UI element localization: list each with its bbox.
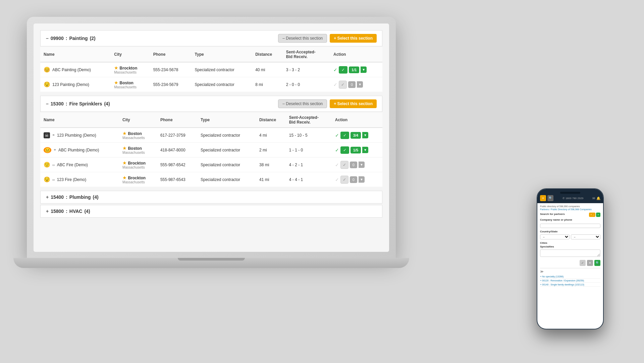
phone-specialty-item[interactable]: + 00120 : Renovation / Expansion (39259) bbox=[540, 279, 600, 283]
row-name-123-plumbing: 123 Plumbing (Demo) bbox=[57, 133, 96, 138]
btn-inactive-abc-fire[interactable]: ✓ bbox=[340, 161, 348, 169]
phone-specialty-item[interactable]: + No specialty (13288) bbox=[540, 275, 600, 279]
btn-active-abc-painting[interactable]: ✓ bbox=[339, 66, 347, 74]
state-123-plumbing: Massachusetts bbox=[122, 136, 154, 140]
section-count-painting: (2) bbox=[90, 36, 96, 41]
action-group: ✓ ✓ 1/5 ▼ bbox=[335, 146, 379, 154]
section-actions-fire: – Deselect this section + Select this se… bbox=[278, 99, 377, 108]
action-group: ✓ ✓ 1/1 ▼ bbox=[333, 66, 379, 74]
phone-notch bbox=[560, 192, 580, 194]
phone-company-label: Company name or phone bbox=[540, 218, 600, 221]
btn-inactive-123-fire[interactable]: ✓ bbox=[340, 176, 348, 184]
phone-device: ≡ 🔍 ✆ 1800 780 2929 ✉ 🔔 Public directory… bbox=[537, 188, 604, 329]
btn-active-abc-plumbing[interactable]: ✓ bbox=[340, 146, 349, 154]
btn-count-123-plumbing[interactable]: 3/4 bbox=[351, 132, 361, 139]
deselect-section-painting[interactable]: – Deselect this section bbox=[278, 34, 327, 43]
link-icon-123-fire: ∞ bbox=[52, 178, 55, 182]
screen-content: – 09900 : Painting (2) – Deselect this s… bbox=[34, 24, 389, 252]
bid-abc-painting: 3 - 3 - 2 bbox=[283, 62, 330, 77]
section-name-painting: Painting bbox=[69, 36, 88, 41]
select-section-fire[interactable]: + Select this section bbox=[330, 99, 377, 108]
col-type-f: Type bbox=[197, 112, 256, 128]
phone-directory-text: Public directory of 598,990 companies bbox=[540, 205, 600, 208]
dist-abc-fire: 38 mi bbox=[256, 157, 286, 172]
dist-123-fire: 41 mi bbox=[256, 172, 286, 187]
table-row: ☠ ⚭ 123 Plumbing (Demo) ★ Boston Mass bbox=[40, 128, 382, 143]
deselect-section-fire[interactable]: – Deselect this section bbox=[278, 99, 327, 108]
dropdown-abc-plumbing[interactable]: ▼ bbox=[362, 147, 368, 153]
btn-count-abc-plumbing[interactable]: 1/5 bbox=[351, 147, 361, 153]
phone-search-submit[interactable]: 🔍 bbox=[594, 260, 600, 266]
dropdown-123-fire[interactable]: ▼ bbox=[359, 176, 365, 183]
check-icon-abc-fire: ✓ bbox=[335, 162, 339, 168]
phone-header-right: ✉ 🔔 bbox=[592, 196, 600, 200]
phone-check-btn[interactable]: ✓ bbox=[580, 260, 586, 266]
section-title-fire: – 15300 : Fire Sprinklers (4) bbox=[46, 101, 110, 106]
phone-specialties-label: Specialties bbox=[540, 245, 600, 248]
col-type-p: Type bbox=[192, 47, 252, 62]
btn-active-123-plumbing[interactable]: ✓ bbox=[340, 132, 349, 139]
dropdown-abc-fire[interactable]: ▼ bbox=[359, 162, 365, 168]
phone-add-btn[interactable]: + – bbox=[589, 213, 595, 217]
section-count-fire: (4) bbox=[104, 101, 110, 106]
count-hvac: (4) bbox=[84, 209, 90, 214]
btn-count-abc-painting[interactable]: 1/1 bbox=[349, 66, 359, 73]
table-row: 😐 ⚭ ABC Plumbing (Demo) ★ Boston Mas bbox=[40, 143, 382, 157]
check-icon-123-plumbing: ✓ bbox=[335, 133, 339, 138]
collapsed-title-plumbing: + 15400 : Plumbing (4) bbox=[46, 194, 99, 200]
star-icon: ★ bbox=[114, 65, 118, 71]
phone-company-input[interactable] bbox=[540, 224, 600, 228]
phone-header: ≡ 🔍 ✆ 1800 780 2929 ✉ 🔔 bbox=[537, 189, 603, 203]
city-123-plumbing: Boston bbox=[128, 131, 142, 136]
phone-123-plumbing: 617-227-3759 bbox=[157, 128, 197, 143]
city-abc-plumbing: Boston bbox=[128, 146, 142, 151]
phone-expand-icon[interactable]: ≫ bbox=[540, 270, 600, 273]
section-name-fire: Fire Sprinklers bbox=[69, 101, 102, 106]
city-123-painting: Boston bbox=[120, 81, 133, 85]
dropdown-123-painting[interactable]: ▼ bbox=[357, 81, 363, 88]
phone-123-fire: 555-987-6543 bbox=[157, 172, 197, 187]
dropdown-123-plumbing[interactable]: ▼ bbox=[362, 132, 368, 138]
phone-state-select[interactable]: -- bbox=[571, 234, 600, 239]
collapse-icon-fire[interactable]: – bbox=[46, 101, 49, 106]
link-icon-abc-fire: ∞ bbox=[52, 163, 55, 167]
section-fire-sprinklers: – 15300 : Fire Sprinklers (4) – Deselect… bbox=[40, 96, 382, 187]
expand-icon-plumbing: + bbox=[46, 194, 49, 200]
star-icon: ★ bbox=[122, 160, 127, 166]
btn-count-123-fire[interactable]: 0 bbox=[350, 176, 357, 183]
action-group: ✓ ✓ 0 ▼ bbox=[335, 161, 379, 169]
btn-inactive-123-painting[interactable]: ✓ bbox=[339, 81, 347, 89]
phone-specialties-input[interactable] bbox=[540, 249, 600, 257]
phone-clear-btn[interactable]: ✕ bbox=[587, 260, 593, 266]
collapsed-title-hvac: + 15800 : HVAC (4) bbox=[46, 209, 90, 214]
type-123-painting: Specialized contractor bbox=[192, 77, 252, 92]
phone-search-icon[interactable]: 🔍 bbox=[547, 195, 553, 201]
dropdown-abc-painting[interactable]: ▼ bbox=[361, 66, 367, 73]
mood-icon-abc-painting: 😊 bbox=[44, 66, 50, 73]
collapse-icon-painting[interactable]: – bbox=[46, 36, 49, 41]
collapsed-section-plumbing[interactable]: + 15400 : Plumbing (4) bbox=[40, 191, 382, 203]
phone-cities-label: Cities bbox=[540, 241, 600, 244]
btn-count-abc-fire[interactable]: 0 bbox=[350, 162, 357, 168]
star-icon: ★ bbox=[114, 80, 118, 85]
phone-plus-btn[interactable]: + bbox=[596, 213, 600, 217]
collapsed-section-hvac[interactable]: + 15800 : HVAC (4) bbox=[40, 205, 382, 218]
phone-app-icon: ≡ bbox=[540, 195, 546, 201]
state-abc-painting: Massachusetts bbox=[114, 71, 146, 74]
col-phone-p: Phone bbox=[150, 47, 192, 62]
check-icon-123-painting: ✓ bbox=[333, 82, 337, 87]
section-painting: – 09900 : Painting (2) – Deselect this s… bbox=[40, 30, 382, 92]
city-abc-fire: Brockton bbox=[128, 161, 146, 166]
check-icon-abc-painting: ✓ bbox=[333, 67, 337, 73]
phone-abc-painting: 555-234-5678 bbox=[150, 62, 192, 77]
select-section-painting[interactable]: + Select this section bbox=[330, 34, 377, 43]
phone-mail-icon: ✉ bbox=[592, 196, 595, 200]
section-header-fire: – 15300 : Fire Sprinklers (4) – Deselect… bbox=[40, 96, 382, 112]
star-icon: ★ bbox=[122, 175, 127, 180]
scene: – 09900 : Painting (2) – Deselect this s… bbox=[0, 0, 644, 363]
row-name-abc-painting: ABC Painting (Demo) bbox=[52, 67, 91, 72]
phone-country-select[interactable]: -- bbox=[540, 234, 570, 239]
col-city-p: City bbox=[111, 47, 150, 62]
btn-count-123-painting[interactable]: 0 bbox=[348, 81, 356, 88]
phone-specialty-item[interactable]: + 00140 : Single family dwellings (10211… bbox=[540, 283, 600, 287]
